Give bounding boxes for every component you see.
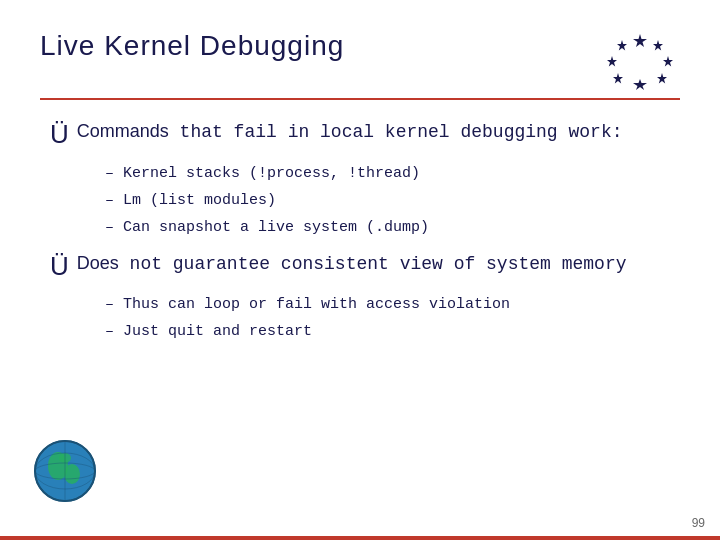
- sub-bullets-2: – Thus can loop or fail with access viol…: [105, 294, 670, 342]
- svg-point-10: [64, 464, 80, 484]
- svg-marker-7: [617, 40, 627, 51]
- svg-marker-2: [663, 56, 673, 67]
- bullet-1: Ü Commands that fail in local kernel deb…: [50, 120, 670, 149]
- slide-content: Ü Commands that fail in local kernel deb…: [40, 120, 680, 342]
- sub-text-1-2: – Lm (list modules): [105, 190, 276, 211]
- bullet-text-2-mono: not guarantee consistent view of system …: [119, 254, 627, 274]
- page-number: 99: [692, 516, 705, 530]
- bullet-text-2-normal: Does: [77, 253, 119, 273]
- sub-text-1-3: – Can snapshot a live system (.dump): [105, 217, 429, 238]
- bullet-text-1: Commands that fail in local kernel debug…: [77, 120, 623, 144]
- sub-bullet-2-2: – Just quit and restart: [105, 321, 670, 342]
- bullet-text-1-mono: that fail in local kernel debugging work…: [169, 122, 623, 142]
- svg-marker-6: [607, 56, 617, 67]
- bullet-symbol-2: Ü: [50, 252, 69, 281]
- sub-bullet-1-2: – Lm (list modules): [105, 190, 670, 211]
- svg-marker-1: [653, 40, 663, 51]
- sub-bullets-1: – Kernel stacks (!process, !thread) – Lm…: [105, 163, 670, 238]
- svg-marker-4: [633, 79, 647, 90]
- bullet-symbol-1: Ü: [50, 120, 69, 149]
- slide: Live Kernel Debugging Ü: [0, 0, 720, 540]
- svg-marker-5: [613, 73, 623, 84]
- slide-header: Live Kernel Debugging: [40, 30, 680, 100]
- sub-bullet-2-1: – Thus can loop or fail with access viol…: [105, 294, 670, 315]
- sub-bullet-1-3: – Can snapshot a live system (.dump): [105, 217, 670, 238]
- bullet-text-2: Does not guarantee consistent view of sy…: [77, 252, 627, 276]
- sub-text-2-2: – Just quit and restart: [105, 321, 312, 342]
- sub-text-1-1: – Kernel stacks (!process, !thread): [105, 163, 420, 184]
- sub-bullet-1-1: – Kernel stacks (!process, !thread): [105, 163, 670, 184]
- svg-marker-0: [633, 34, 647, 47]
- svg-marker-3: [657, 73, 667, 84]
- slide-title: Live Kernel Debugging: [40, 30, 344, 62]
- bottom-border: [0, 536, 720, 540]
- eu-logo: [600, 30, 680, 90]
- globe-icon: [30, 436, 100, 506]
- bullet-2: Ü Does not guarantee consistent view of …: [50, 252, 670, 281]
- bullet-text-1-normal: Commands: [77, 121, 169, 141]
- globe-container: [30, 436, 100, 510]
- sub-text-2-1: – Thus can loop or fail with access viol…: [105, 294, 510, 315]
